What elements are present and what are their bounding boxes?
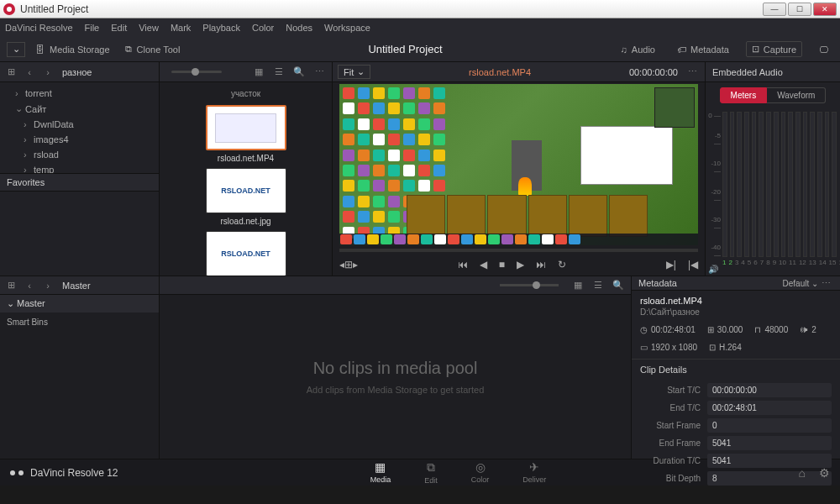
viewer-canvas[interactable] bbox=[339, 84, 698, 245]
bins-current-label: Master bbox=[62, 281, 91, 291]
grid-view-button[interactable]: ▦ bbox=[251, 66, 266, 79]
menu-mark[interactable]: Mark bbox=[171, 23, 191, 33]
meta-value[interactable]: 0 bbox=[707, 418, 832, 433]
pool-grid-button[interactable]: ▦ bbox=[570, 279, 585, 292]
minimize-button[interactable]: — bbox=[763, 3, 786, 16]
menu-davinci[interactable]: DaVinci Resolve bbox=[5, 23, 73, 33]
meter-bar-8 bbox=[774, 112, 779, 257]
media-storage-panel: ⊞ ‹ › разное ›torrent⌄Сайт›DwnlData›imag… bbox=[0, 62, 160, 276]
meter-bar-6 bbox=[759, 112, 764, 257]
home-button[interactable]: ⌂ bbox=[799, 466, 806, 480]
tree-item-rsload[interactable]: ›rsload bbox=[0, 147, 159, 162]
viewer-options-button[interactable]: ⋯ bbox=[685, 66, 700, 79]
jog-icon[interactable]: ◂⊞▸ bbox=[339, 259, 358, 270]
bin-master[interactable]: ⌄ Master bbox=[0, 295, 159, 312]
page-media[interactable]: ▦Media bbox=[370, 460, 391, 485]
bins-layout-icon[interactable]: ⊞ bbox=[3, 279, 18, 292]
menu-file[interactable]: File bbox=[85, 23, 100, 33]
chevron-icon: › bbox=[24, 165, 30, 173]
stop-button[interactable]: ■ bbox=[499, 259, 505, 270]
transport-controls: ◂⊞▸ ⏮ ◀ ■ ▶ ⏭ ↻ ▶| |◀ bbox=[333, 254, 705, 276]
media-pool-empty[interactable]: No clips in media pool Add clips from Me… bbox=[160, 295, 631, 459]
pool-list-button[interactable]: ☰ bbox=[591, 279, 606, 292]
maximize-button[interactable]: ☐ bbox=[788, 3, 811, 16]
loop-button[interactable]: ↻ bbox=[558, 259, 566, 270]
step-back-button[interactable]: ◀ bbox=[480, 259, 487, 270]
tree-item-DwnlData[interactable]: ›DwnlData bbox=[0, 117, 159, 132]
deliver-icon: ✈ bbox=[529, 460, 539, 474]
page-edit[interactable]: ⧉Edit bbox=[424, 460, 438, 485]
brand-icon bbox=[10, 466, 24, 480]
metadata-options-button[interactable]: ⋯ bbox=[818, 276, 833, 290]
layout-dropdown[interactable]: ⌄ bbox=[7, 42, 25, 57]
thumb-size-slider[interactable] bbox=[171, 71, 222, 73]
metadata-preset-dropdown[interactable]: Default ⌄ bbox=[783, 279, 818, 288]
list-view-button[interactable]: ☰ bbox=[271, 66, 286, 79]
menu-workspace[interactable]: Workspace bbox=[324, 23, 370, 33]
pool-size-slider[interactable] bbox=[500, 284, 559, 286]
edit-icon: ⧉ bbox=[427, 460, 435, 475]
step-fwd-button[interactable]: ⏭ bbox=[536, 259, 546, 270]
menu-nodes[interactable]: Nodes bbox=[286, 23, 312, 33]
clone-tool-button[interactable]: ⧉ Clone Tool bbox=[125, 44, 181, 55]
audio-header: Embedded Audio bbox=[706, 62, 840, 82]
meter-bar-14 bbox=[817, 112, 822, 257]
bins-back-button[interactable]: ‹ bbox=[22, 279, 37, 292]
metadata-panel-button[interactable]: 🏷 Metadata bbox=[672, 43, 734, 56]
menu-playback[interactable]: Playback bbox=[202, 23, 240, 33]
close-button[interactable]: ✕ bbox=[813, 3, 837, 16]
thumbnail[interactable]: RSLOAD.NETrsload.net.jpg bbox=[206, 168, 286, 226]
stat-samples: ⊓48000 bbox=[754, 325, 788, 334]
pool-search-button[interactable]: 🔍 bbox=[611, 279, 626, 292]
tab-meters[interactable]: Meters bbox=[720, 87, 768, 103]
settings-button[interactable]: ⚙ bbox=[819, 466, 830, 480]
in-point-button[interactable]: ▶| bbox=[666, 259, 676, 270]
meta-value[interactable]: 00:00:00:00 bbox=[707, 383, 832, 397]
panel-layout-icon[interactable]: ⊞ bbox=[3, 66, 18, 79]
audio-panel-button[interactable]: ♫ Audio bbox=[616, 43, 660, 56]
capture-button[interactable]: ⊡ Capture bbox=[746, 41, 802, 57]
minimap bbox=[654, 87, 695, 128]
search-button[interactable]: 🔍 bbox=[291, 66, 307, 79]
subfolder-label: участок bbox=[166, 89, 325, 98]
top-toolbar: ⌄ 🗄 Media Storage ⧉ Clone Tool Untitled … bbox=[0, 37, 840, 62]
menu-edit[interactable]: Edit bbox=[111, 23, 127, 33]
thumbnail[interactable]: RSLOAD.NET bbox=[206, 231, 286, 276]
page-color[interactable]: ◎Color bbox=[471, 460, 490, 485]
tree-item-Сайт[interactable]: ⌄Сайт bbox=[0, 101, 159, 117]
out-point-button[interactable]: |◀ bbox=[688, 259, 698, 270]
codec-icon: ⊡ bbox=[709, 343, 716, 352]
play-button[interactable]: ▶ bbox=[517, 259, 524, 270]
monitor-button[interactable]: 🖵 bbox=[814, 43, 833, 56]
meta-value[interactable]: 00:02:48:01 bbox=[707, 401, 832, 415]
meter-bar-13 bbox=[810, 112, 815, 257]
meter-bar-11 bbox=[795, 112, 801, 257]
go-start-button[interactable]: ⏮ bbox=[458, 259, 468, 270]
meta-value[interactable]: 5041 bbox=[707, 436, 832, 450]
meta-row-end-t-c: End T/C00:02:48:01 bbox=[640, 401, 832, 415]
viewer-scrubber[interactable] bbox=[339, 249, 698, 252]
thumbnail[interactable]: rsload.net.MP4 bbox=[206, 105, 286, 163]
bins-forward-button[interactable]: › bbox=[40, 279, 55, 292]
music-icon: ♫ bbox=[621, 45, 627, 55]
speaker-icon[interactable]: 🔊 bbox=[708, 265, 718, 274]
menu-color[interactable]: Color bbox=[252, 23, 274, 33]
options-button[interactable]: ⋯ bbox=[312, 66, 327, 79]
chevron-icon: › bbox=[24, 119, 30, 129]
nav-forward-button[interactable]: › bbox=[40, 66, 55, 79]
menu-view[interactable]: View bbox=[139, 23, 159, 33]
capture-icon: ⊡ bbox=[752, 44, 759, 55]
brand-label: DaVinci Resolve 12 bbox=[10, 466, 118, 480]
clone-icon: ⧉ bbox=[125, 44, 132, 55]
tree-item-torrent[interactable]: ›torrent bbox=[0, 86, 159, 101]
stat-resolution: ▭1920 x 1080 bbox=[640, 343, 697, 352]
media-storage-button[interactable]: 🗄 Media Storage bbox=[35, 45, 110, 55]
source-viewer: Fit ⌄ rsload.net.MP4 00:00:00:00 ⋯ ◂⊞▸ ⏮… bbox=[333, 62, 706, 276]
zoom-dropdown[interactable]: Fit ⌄ bbox=[338, 65, 370, 79]
tree-item-temp[interactable]: ›temp bbox=[0, 162, 159, 173]
tree-item-images4[interactable]: ›images4 bbox=[0, 132, 159, 147]
nav-back-button[interactable]: ‹ bbox=[22, 66, 37, 79]
tab-waveform[interactable]: Waveform bbox=[767, 87, 826, 103]
page-deliver[interactable]: ✈Deliver bbox=[522, 460, 546, 485]
color-icon: ◎ bbox=[475, 460, 486, 474]
